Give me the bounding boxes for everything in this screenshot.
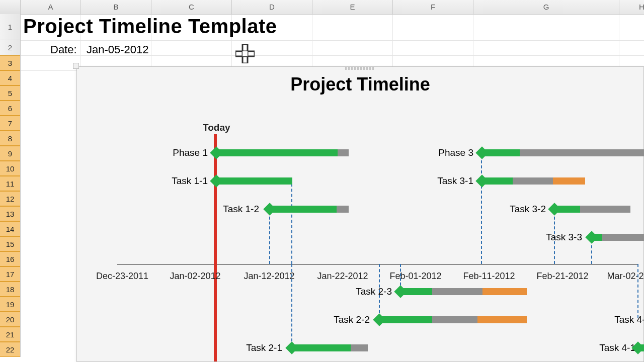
- dropline: [481, 150, 482, 264]
- task-bar: [432, 288, 482, 295]
- row-header-20[interactable]: 20: [0, 312, 20, 327]
- cell-cursor-icon: [235, 44, 255, 63]
- dropline: [291, 264, 292, 346]
- row-header-18[interactable]: 18: [0, 282, 20, 297]
- task-bar: [520, 149, 644, 156]
- axis-tick: Jan-02-2012: [165, 271, 225, 282]
- task-bar: [401, 288, 432, 295]
- row-header-12[interactable]: 12: [0, 191, 20, 206]
- task-label: Task 1-1: [157, 175, 208, 187]
- col-header-f[interactable]: F: [393, 0, 473, 14]
- task-bar: [482, 288, 527, 295]
- task-bar: [351, 344, 368, 351]
- svg-rect-1: [243, 56, 248, 63]
- dropline: [637, 264, 638, 318]
- date-value: Jan-05-2012: [87, 43, 149, 56]
- col-header-h[interactable]: H: [619, 0, 644, 14]
- task-bar: [482, 149, 520, 156]
- row-header-22[interactable]: 22: [0, 342, 20, 357]
- task-label: Task 3-2: [496, 204, 546, 215]
- row-header-16[interactable]: 16: [0, 251, 20, 266]
- task-bar: [555, 206, 580, 213]
- task-bar: [482, 177, 513, 185]
- row-header-1[interactable]: 1: [0, 14, 20, 40]
- row-header-9[interactable]: 9: [0, 146, 20, 161]
- task-bar: [432, 316, 477, 323]
- task-label: Task 4-1: [585, 342, 635, 353]
- row-header-col[interactable]: 1 2 3 4 5 6 7 8 9 10 11 12 13 14 15 16 1…: [0, 14, 21, 357]
- chart-title: Project Timeline: [77, 74, 643, 95]
- axis-tick: Feb-01-2012: [385, 271, 446, 282]
- row-header-10[interactable]: 10: [0, 161, 20, 176]
- task-bar: [337, 206, 349, 213]
- task-label: Task 3-3: [532, 232, 582, 243]
- row-header-3[interactable]: 3: [0, 55, 20, 70]
- axis-tick: Feb-11-2012: [459, 271, 519, 282]
- task-bar: [602, 234, 644, 241]
- row-header-19[interactable]: 19: [0, 297, 20, 312]
- select-all-corner[interactable]: [0, 0, 21, 14]
- task-bar: [292, 344, 351, 351]
- today-marker: [214, 134, 217, 361]
- col-header-b[interactable]: B: [81, 0, 151, 14]
- today-label: Today: [203, 122, 230, 133]
- task-bar: [592, 234, 602, 241]
- column-header-row[interactable]: A B C D E F G H: [0, 0, 644, 15]
- task-bar: [477, 316, 527, 323]
- row-header-13[interactable]: 13: [0, 206, 20, 221]
- col-header-g[interactable]: G: [473, 0, 619, 14]
- row-header-5[interactable]: 5: [0, 85, 20, 101]
- task-bar: [553, 177, 585, 185]
- col-header-c[interactable]: C: [151, 0, 232, 14]
- task-bar: [270, 206, 337, 213]
- resize-grip-icon[interactable]: [345, 67, 375, 70]
- task-bar: [638, 344, 644, 351]
- row-header-7[interactable]: 7: [0, 116, 20, 131]
- chart-object[interactable]: Project Timeline Today Dec-23-2011 Jan-0…: [76, 66, 644, 362]
- task-label: Task 2-3: [342, 286, 392, 297]
- col-header-a[interactable]: A: [21, 0, 81, 14]
- task-label: Task 3-1: [423, 175, 473, 187]
- axis-tick: Feb-21-2012: [532, 271, 593, 282]
- x-axis: [117, 264, 638, 265]
- date-label: Date:: [50, 43, 77, 56]
- row-header-6[interactable]: 6: [0, 101, 20, 116]
- row-header-15[interactable]: 15: [0, 236, 20, 251]
- axis-tick: Jan-22-2012: [312, 271, 373, 282]
- row-header-14[interactable]: 14: [0, 221, 20, 236]
- task-bar: [217, 177, 292, 185]
- task-bar: [338, 149, 349, 156]
- row-header-21[interactable]: 21: [0, 327, 20, 342]
- task-label: Task 1-2: [209, 204, 259, 215]
- row-header-4[interactable]: 4: [0, 70, 20, 85]
- row-header-11[interactable]: 11: [0, 176, 20, 191]
- task-label: Task 4-2: [600, 314, 644, 325]
- task-bar: [380, 316, 432, 323]
- axis-tick: Dec-23-2011: [92, 271, 152, 282]
- sheet-grid[interactable]: Project Timeline Template Date: Jan-05-2…: [20, 14, 644, 362]
- task-label: Task 2-1: [232, 342, 282, 353]
- gridline: [20, 40, 644, 41]
- task-label: Phase 3: [423, 147, 473, 158]
- task-label: Phase 1: [157, 147, 208, 158]
- task-bar: [217, 149, 338, 156]
- dropline: [291, 178, 292, 264]
- col-header-e[interactable]: E: [312, 0, 393, 14]
- row-header-8[interactable]: 8: [0, 131, 20, 146]
- task-bar: [513, 177, 553, 185]
- task-label: Task 2-2: [319, 314, 370, 325]
- chart-plot-area: Today Dec-23-2011 Jan-02-2012 Jan-12-201…: [82, 97, 643, 361]
- page-title: Project Timeline Template: [23, 15, 277, 38]
- task-bar: [580, 206, 630, 213]
- axis-tick: Jan-12-2012: [239, 271, 299, 282]
- svg-rect-0: [243, 44, 248, 51]
- row-header-2[interactable]: 2: [0, 40, 20, 55]
- col-header-d[interactable]: D: [232, 0, 312, 14]
- row-header-17[interactable]: 17: [0, 266, 20, 282]
